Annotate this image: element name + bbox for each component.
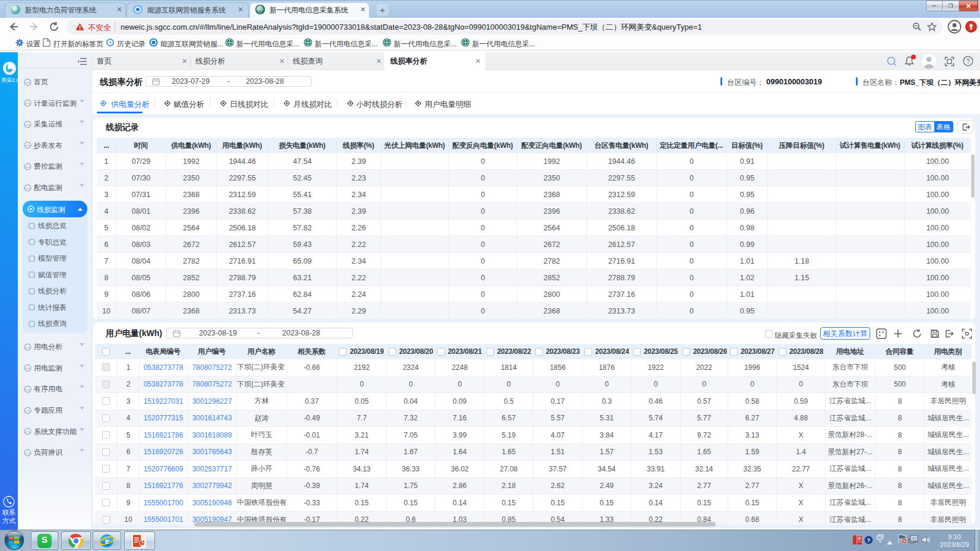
svg-text:e: e	[105, 536, 109, 546]
svg-text:?: ?	[966, 58, 970, 65]
svg-text:?: ?	[867, 537, 871, 543]
